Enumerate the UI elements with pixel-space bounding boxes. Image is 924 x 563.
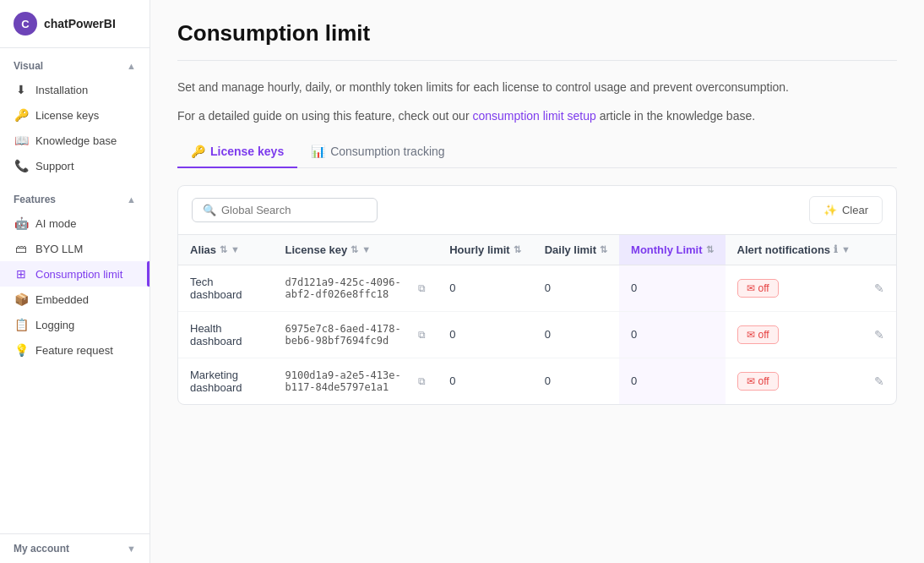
col-monthly-limit: Monthly Limit ⇅ [619, 235, 726, 265]
sidebar-item-embedded[interactable]: 📦 Embedded [0, 287, 149, 312]
alert-badge-2: ✉ off [737, 372, 779, 391]
title-divider [177, 60, 897, 61]
email-icon-1: ✉ [747, 329, 755, 341]
filter-alias-icon[interactable]: ▼ [231, 244, 240, 254]
table-row: Tech dashboard d7d121a9-425c-4096-abf2-d… [178, 265, 896, 311]
sidebar-section-features-header[interactable]: Features ▲ [0, 189, 149, 210]
download-icon: ⬇ [14, 83, 29, 96]
sidebar-section-visual: Visual ▲ ⬇ Installation 🔑 License keys 📖… [0, 48, 149, 182]
main-content: Consumption limit Set and manage hourly,… [150, 0, 924, 563]
tabs: 🔑 License keys 📊 Consumption tracking [177, 136, 897, 168]
filter-alerts-icon[interactable]: ▼ [841, 244, 851, 254]
app-logo: C chatPowerBI [0, 0, 149, 48]
edit-icon-0[interactable]: ✎ [874, 282, 884, 295]
copy-icon-2[interactable]: ⧉ [418, 375, 426, 387]
table-row: Marketing dashboard 9100d1a9-a2e5-413e-b… [178, 358, 896, 404]
search-box[interactable]: 🔍 [192, 198, 378, 222]
cell-hourly-1: 0 [438, 311, 533, 358]
alert-badge-1: ✉ off [737, 325, 779, 344]
cell-monthly-0: 0 [619, 265, 726, 311]
box-icon: 📦 [14, 292, 29, 306]
cell-alert-0: ✉ off [726, 265, 862, 311]
license-keys-table: Alias ⇅ ▼ License key ⇅ ▼ [178, 235, 896, 404]
cell-licensekey-2: 9100d1a9-a2e5-413e-b117-84de5797e1a1 ⧉ [273, 358, 438, 404]
consumption-limit-link[interactable]: consumption limit setup [472, 109, 595, 123]
info-alerts-icon[interactable]: ℹ [834, 243, 838, 255]
table-row: Health dashboard 6975e7c8-6aed-4178-beb6… [178, 311, 896, 358]
table-toolbar: 🔍 ✨ Clear [178, 186, 896, 235]
search-icon: 🔍 [203, 204, 216, 216]
cell-daily-2: 0 [533, 358, 619, 404]
col-alert-notifications: Alert notifications ℹ ▼ [726, 235, 862, 265]
phone-icon: 📞 [14, 159, 29, 172]
cell-alias-1: Health dashboard [178, 311, 273, 358]
sort-alias-icon[interactable]: ⇅ [220, 244, 227, 255]
cell-alert-1: ✉ off [726, 311, 862, 358]
sidebar-item-license-keys[interactable]: 🔑 License keys [0, 102, 149, 128]
sidebar-section-myaccount-header[interactable]: My account ▼ [0, 538, 149, 560]
edit-icon-1[interactable]: ✎ [874, 328, 884, 342]
sidebar-item-consumption-limit[interactable]: ⊞ Consumption limit [0, 261, 149, 287]
copy-icon-1[interactable]: ⧉ [418, 329, 426, 341]
sidebar-section-visual-header[interactable]: Visual ▲ [0, 55, 149, 77]
key-icon: 🔑 [14, 108, 29, 122]
sidebar-item-logging[interactable]: 📋 Logging [0, 312, 149, 337]
email-icon-2: ✉ [747, 375, 755, 387]
sort-hourly-icon[interactable]: ⇅ [514, 244, 521, 255]
sort-licensekey-icon[interactable]: ⇅ [351, 244, 358, 255]
alert-badge-0: ✉ off [737, 279, 779, 298]
cell-hourly-2: 0 [438, 358, 533, 404]
cell-licensekey-0: d7d121a9-425c-4096-abf2-df026e8ffc18 ⧉ [273, 265, 438, 311]
database-icon: 🗃 [14, 242, 29, 255]
sidebar-section-myaccount: My account ▼ [0, 533, 149, 563]
description-2-prefix: For a detailed guide on using this featu… [177, 109, 472, 123]
copy-icon-0[interactable]: ⧉ [418, 282, 426, 294]
col-alias: Alias ⇅ ▼ [178, 235, 273, 265]
col-daily-limit: Daily limit ⇅ [533, 235, 619, 265]
cell-actions-0: ✎ [862, 265, 896, 311]
license-keys-table-container: 🔍 ✨ Clear Alias ⇅ ▼ [177, 185, 897, 405]
sidebar-item-support[interactable]: 📞 Support [0, 153, 149, 178]
chart-tab-icon: 📊 [311, 145, 325, 158]
sidebar-item-ai-mode[interactable]: 🤖 AI mode [0, 210, 149, 236]
sidebar-item-byo-llm[interactable]: 🗃 BYO LLM [0, 236, 149, 261]
key-tab-icon: 🔑 [191, 145, 205, 158]
sidebar-item-installation[interactable]: ⬇ Installation [0, 77, 149, 102]
col-actions [862, 235, 896, 265]
col-hourly-limit: Hourly limit ⇅ [438, 235, 533, 265]
description-2: For a detailed guide on using this featu… [177, 107, 897, 125]
sort-monthly-icon[interactable]: ⇅ [706, 244, 714, 255]
cell-hourly-0: 0 [438, 265, 533, 311]
ai-icon: 🤖 [14, 216, 29, 230]
clear-button[interactable]: ✨ Clear [809, 196, 883, 224]
wand-icon: ✨ [823, 204, 837, 216]
list-icon: 📋 [14, 318, 29, 331]
sidebar-item-knowledge-base[interactable]: 📖 Knowledge base [0, 128, 149, 153]
app-name: chatPowerBI [44, 17, 116, 30]
filter-licensekey-icon[interactable]: ▼ [361, 244, 371, 254]
logo-initial: C [21, 18, 29, 30]
cell-actions-1: ✎ [862, 311, 896, 358]
sidebar: C chatPowerBI Visual ▲ ⬇ Installation 🔑 … [0, 0, 150, 563]
cell-monthly-2: 0 [619, 358, 726, 404]
logo-avatar: C [14, 12, 37, 36]
search-input[interactable] [221, 204, 367, 216]
tab-license-keys[interactable]: 🔑 License keys [177, 136, 297, 168]
cell-licensekey-1: 6975e7c8-6aed-4178-beb6-98bf7694fc9d ⧉ [273, 311, 438, 358]
sidebar-item-feature-request[interactable]: 💡 Feature request [0, 337, 149, 363]
cell-alias-2: Marketing dashboard [178, 358, 273, 404]
description-2-suffix: article in the knowledge base. [596, 109, 755, 123]
lightbulb-icon: 💡 [14, 343, 29, 357]
sidebar-section-features: Features ▲ 🤖 AI mode 🗃 BYO LLM ⊞ Consump… [0, 182, 149, 366]
col-license-key: License key ⇅ ▼ [273, 235, 438, 265]
page-title: Consumption limit [177, 20, 897, 46]
tab-consumption-tracking[interactable]: 📊 Consumption tracking [297, 136, 458, 168]
cell-monthly-1: 0 [619, 311, 726, 358]
chevron-up-icon: ▲ [127, 61, 136, 71]
cell-actions-2: ✎ [862, 358, 896, 404]
table-body: Tech dashboard d7d121a9-425c-4096-abf2-d… [178, 265, 896, 404]
cell-alias-0: Tech dashboard [178, 265, 273, 311]
edit-icon-2[interactable]: ✎ [874, 374, 884, 388]
sort-daily-icon[interactable]: ⇅ [600, 244, 607, 255]
cell-daily-1: 0 [533, 311, 619, 358]
